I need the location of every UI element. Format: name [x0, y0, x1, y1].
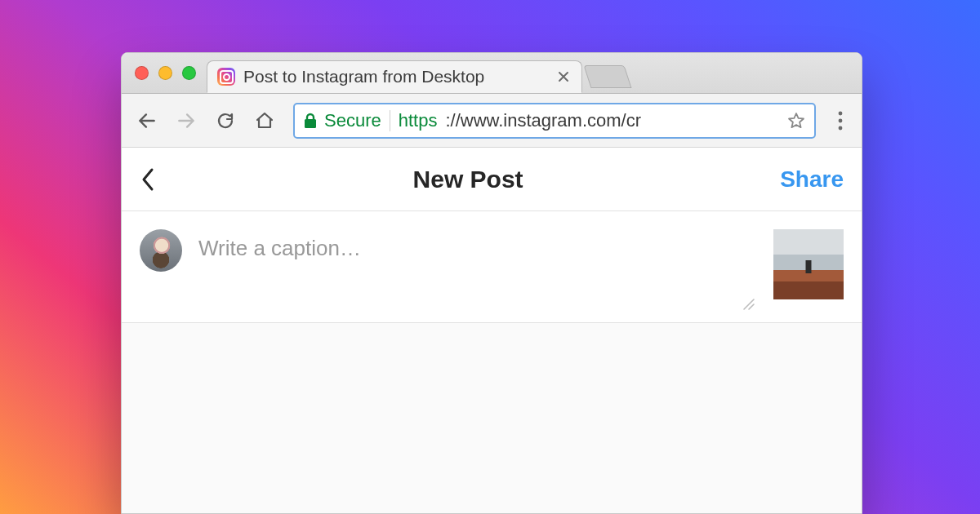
svg-point-2 [839, 118, 843, 122]
url-text: ://www.instagram.com/cr [445, 110, 641, 131]
user-avatar[interactable] [140, 229, 182, 272]
home-icon [255, 111, 274, 131]
nav-reload-button[interactable] [215, 110, 236, 131]
address-separator [390, 110, 390, 131]
url-scheme: https [399, 110, 438, 131]
nav-back-button[interactable] [136, 110, 158, 131]
address-bar[interactable]: Secure https ://www.instagram.com/cr [293, 103, 816, 139]
gradient-background: Post to Instagram from Desktop [0, 0, 980, 514]
window-controls [135, 66, 196, 80]
svg-rect-0 [305, 119, 316, 128]
window-minimize-button[interactable] [158, 66, 172, 80]
nav-forward-button [176, 110, 197, 131]
svg-point-1 [839, 111, 843, 115]
browser-toolbar: Secure https ://www.instagram.com/cr [122, 94, 862, 148]
bookmark-button[interactable] [786, 111, 806, 131]
close-icon [557, 70, 570, 83]
window-close-button[interactable] [135, 66, 149, 80]
share-button[interactable]: Share [780, 166, 844, 193]
more-vertical-icon [837, 110, 844, 131]
page-title: New Post [156, 166, 780, 193]
svg-point-3 [839, 126, 843, 130]
browser-tab[interactable]: Post to Instagram from Desktop [207, 60, 582, 93]
page-viewport: New Post Share Write a caption… [122, 148, 862, 514]
resize-grip-icon [742, 298, 755, 311]
secure-label: Secure [324, 110, 381, 131]
post-image-thumbnail[interactable] [773, 229, 844, 299]
back-button[interactable] [140, 166, 156, 193]
browser-tabstrip: Post to Instagram from Desktop [122, 53, 862, 94]
caption-input[interactable]: Write a caption… [198, 229, 757, 286]
instagram-favicon-icon [217, 68, 235, 86]
new-tab-button[interactable] [583, 65, 631, 88]
nav-home-button[interactable] [254, 110, 275, 131]
tab-close-button[interactable] [554, 70, 573, 83]
caption-composer: Write a caption… [122, 211, 862, 323]
arrow-left-icon [136, 110, 158, 131]
arrow-right-icon [176, 110, 197, 131]
secure-indicator: Secure [303, 110, 381, 131]
reload-icon [216, 111, 235, 131]
textarea-resize-handle[interactable] [742, 298, 755, 311]
window-zoom-button[interactable] [182, 66, 196, 80]
browser-window: Post to Instagram from Desktop [121, 52, 862, 514]
page-body [122, 323, 862, 514]
star-icon [786, 111, 806, 131]
browser-tab-title: Post to Instagram from Desktop [243, 67, 546, 86]
lock-icon [303, 113, 318, 129]
browser-menu-button[interactable] [834, 110, 847, 131]
new-post-header: New Post Share [122, 148, 862, 211]
chevron-left-icon [140, 166, 156, 193]
